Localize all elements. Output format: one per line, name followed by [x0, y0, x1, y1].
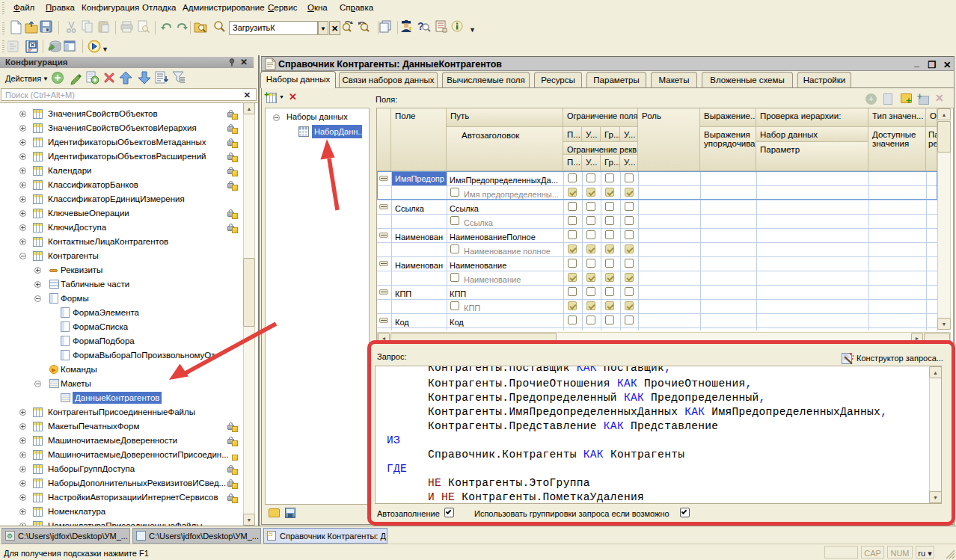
svg-text:▼: ▼ [469, 26, 476, 34]
svg-text:▼: ▼ [102, 46, 108, 53]
